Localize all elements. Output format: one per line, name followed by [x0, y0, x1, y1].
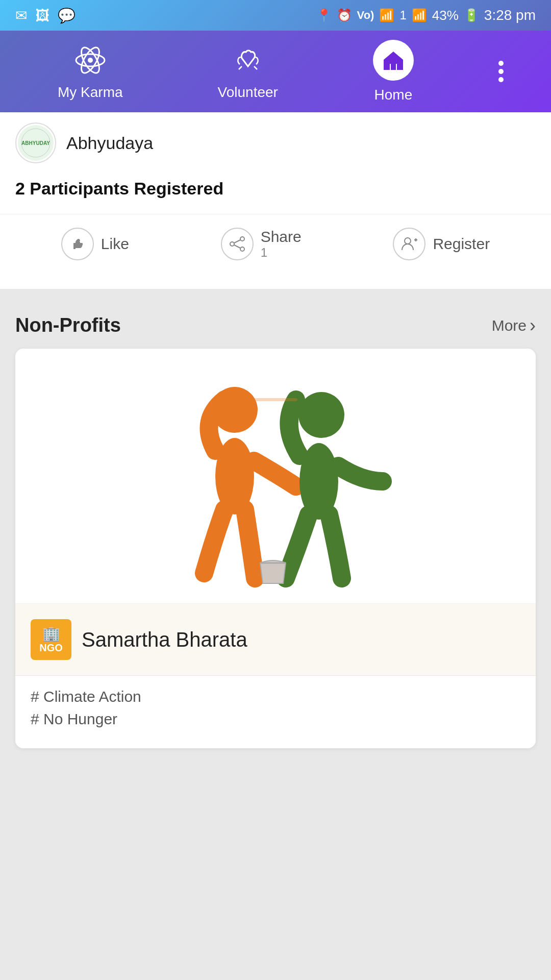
org-avatar: ABHYUDAY: [15, 122, 56, 163]
svg-point-8: [230, 242, 234, 246]
ngo-card[interactable]: 🏢 NGO Samartha Bharata # Climate Action …: [15, 349, 536, 748]
org-avatar-inner: ABHYUDAY: [18, 125, 54, 161]
main-content: ABHYUDAY Abhyudaya 2 Participants Regist…: [0, 112, 551, 758]
wifi-icon: 📶: [379, 8, 394, 22]
section-title: Non-Profits: [15, 314, 121, 336]
ngo-building-icon: 🏢: [42, 625, 60, 642]
ngo-card-image: [15, 349, 536, 604]
ngo-badge-text: NGO: [39, 642, 63, 654]
atom-icon: [72, 42, 108, 78]
battery-icon: 🔋: [464, 8, 479, 22]
home-icon-circle: [373, 40, 414, 81]
svg-line-11: [234, 245, 240, 248]
svg-point-3: [88, 58, 93, 63]
section-header: Non-Profits More ›: [15, 314, 536, 336]
non-profits-section: Non-Profits More ›: [0, 299, 551, 758]
ngo-name: Samartha Bharata: [82, 628, 247, 651]
home-label: Home: [374, 87, 413, 103]
share-count: 1: [261, 246, 302, 260]
status-bar-right-icons: 📍 ⏰ Vo) 📶 1 📶 43% 🔋 3:28 pm: [316, 7, 536, 23]
register-icon: [393, 228, 425, 260]
org-name: Abhyudaya: [66, 133, 153, 153]
ngo-tags: # Climate Action # No Hunger: [15, 676, 536, 748]
svg-rect-4: [391, 64, 396, 70]
share-button[interactable]: Share 1: [211, 219, 312, 268]
nav-item-my-karma[interactable]: My Karma: [42, 34, 138, 109]
volunteer-icon: [230, 42, 266, 78]
signal-icon: 📶: [412, 8, 427, 22]
nav-item-volunteer[interactable]: Volunteer: [203, 34, 293, 109]
share-icon: [221, 228, 254, 260]
mail-icon: ✉: [15, 7, 27, 24]
share-text-group: Share 1: [261, 228, 302, 260]
more-button[interactable]: More ›: [492, 315, 536, 336]
volunteer-label: Volunteer: [218, 84, 278, 101]
like-button[interactable]: Like: [51, 219, 139, 268]
svg-text:ABHYUDAY: ABHYUDAY: [21, 140, 50, 146]
status-bar: ✉ 🖼 💬 📍 ⏰ Vo) 📶 1 📶 43% 🔋 3:28 pm: [0, 0, 551, 31]
share-label: Share: [261, 228, 302, 246]
svg-point-9: [240, 247, 244, 251]
dot2: [498, 69, 504, 74]
dot3: [498, 77, 504, 82]
svg-point-7: [240, 237, 244, 241]
time-display: 3:28 pm: [484, 7, 536, 23]
svg-point-12: [405, 238, 411, 244]
like-icon: [61, 228, 94, 260]
location-icon: 📍: [316, 8, 332, 22]
more-label: More: [492, 317, 527, 334]
ngo-card-info: 🏢 NGO Samartha Bharata: [15, 604, 536, 676]
event-card: ABHYUDAY Abhyudaya 2 Participants Regist…: [0, 112, 551, 289]
battery-label: 43%: [432, 8, 459, 23]
register-button[interactable]: Register: [383, 219, 500, 268]
ngo-badge: 🏢 NGO: [31, 619, 71, 660]
action-bar: Like Share 1: [0, 214, 551, 274]
register-label: Register: [433, 235, 490, 253]
sim-icon: 1: [399, 8, 406, 22]
svg-line-10: [234, 240, 240, 243]
status-bar-left-icons: ✉ 🖼 💬: [15, 7, 76, 24]
ngo-tag-1: # No Hunger: [31, 710, 520, 728]
lte-icon: Vo): [357, 9, 374, 22]
participants-count: 2 Participants Registered: [0, 174, 551, 214]
more-options-button[interactable]: [493, 56, 509, 87]
chat-icon: 💬: [58, 7, 76, 24]
svg-point-17: [298, 392, 344, 438]
navigation-bar: My Karma Volunteer Home: [0, 31, 551, 112]
chevron-right-icon: ›: [530, 315, 536, 336]
image-icon: 🖼: [35, 7, 49, 24]
event-card-header: ABHYUDAY Abhyudaya: [0, 112, 551, 174]
nav-item-home[interactable]: Home: [358, 32, 429, 111]
alarm-icon: ⏰: [337, 8, 352, 22]
like-label: Like: [101, 235, 129, 253]
my-karma-label: My Karma: [58, 84, 123, 101]
ngo-tag-0: # Climate Action: [31, 688, 520, 705]
dot1: [498, 61, 504, 66]
